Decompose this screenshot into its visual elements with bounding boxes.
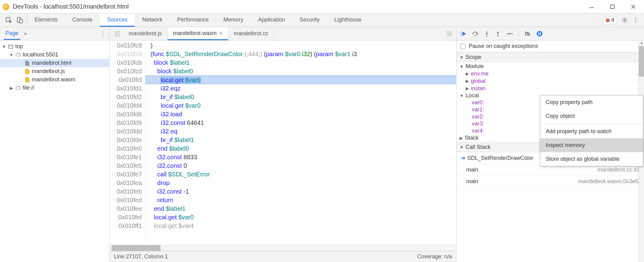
close-button[interactable]	[629, 2, 638, 11]
tree-node-host[interactable]: ▼ localhost:5501	[0, 51, 109, 59]
main-tab-sources[interactable]: Sources	[100, 13, 135, 27]
coverage-status: Coverage: n/a	[417, 253, 452, 260]
context-menu-item[interactable]: Copy property path	[540, 95, 643, 109]
scope-item[interactable]: ▶env.me⋯	[456, 70, 644, 77]
inspect-element-icon[interactable]	[6, 17, 12, 24]
tree-label-host: localhost:5501	[23, 52, 58, 58]
pause-caught-checkbox[interactable]	[460, 44, 466, 49]
svg-rect-17	[538, 32, 539, 35]
window-title: DevTools - localhost:5501/mandelbrot.htm…	[13, 3, 129, 10]
file-icon	[25, 77, 30, 83]
nav-forward-icon[interactable]	[442, 31, 456, 37]
main-toolbar: ElementsConsoleSourcesNetworkPerformance…	[0, 13, 644, 27]
tree-label-file: file://	[23, 85, 34, 91]
tree-node-file[interactable]: ▶ file://	[0, 84, 109, 92]
editor-tabs: mandelbrot.jsmandelbrot.wasm×mandelbrot.…	[110, 27, 456, 40]
cursor-position: Line 27107, Column 1	[114, 253, 168, 260]
callstack-frame[interactable]: mainmandelbrot.wasm:0x3ef2	[456, 176, 644, 187]
context-menu-item[interactable]: Copy object	[540, 109, 643, 123]
cloud-icon	[15, 52, 21, 58]
svg-point-15	[511, 33, 513, 34]
svg-rect-8	[9, 45, 13, 48]
context-menu-item[interactable]: Inspect memory	[540, 138, 643, 152]
deactivate-breakpoints-icon[interactable]	[524, 31, 531, 37]
main-tab-security[interactable]: Security	[292, 13, 327, 27]
close-tab-icon[interactable]: ×	[219, 30, 222, 37]
main-tab-network[interactable]: Network	[135, 13, 170, 27]
main-tab-performance[interactable]: Performance	[170, 13, 216, 27]
svg-point-12	[475, 35, 476, 36]
file-tree: ▼ top ▼ localhost:5501 mandelbrot.htmlma…	[0, 40, 109, 262]
window-titlebar: DevTools - localhost:5501/mandelbrot.htm…	[0, 0, 644, 13]
devtools-logo-icon	[2, 3, 9, 10]
main-tab-console[interactable]: Console	[65, 13, 100, 27]
main-tab-lighthouse[interactable]: Lighthouse	[327, 13, 369, 27]
svg-rect-6	[20, 19, 22, 23]
file-icon	[25, 60, 30, 66]
error-count: 4	[611, 17, 614, 23]
scope-module[interactable]: ▼Module	[456, 63, 644, 70]
editor-statusbar: Line 27107, Column 1 Coverage: n/a	[110, 251, 456, 262]
horizontal-scrollbar[interactable]	[110, 245, 456, 251]
tree-label-top: top	[15, 43, 23, 50]
svg-rect-18	[540, 32, 541, 35]
error-icon: ⊗	[605, 17, 610, 24]
code-area[interactable]: 0x010fc80x010fc90x010fcb0x010fcd0x010fcf…	[110, 40, 456, 245]
svg-point-16	[537, 31, 542, 37]
resume-icon[interactable]	[460, 31, 466, 37]
device-toggle-icon[interactable]	[17, 17, 23, 24]
svg-point-13	[486, 35, 487, 37]
kebab-menu-icon[interactable]: ⋮	[632, 16, 639, 24]
svg-rect-11	[447, 32, 451, 36]
main-tabs: ElementsConsoleSourcesNetworkPerformance…	[27, 13, 369, 27]
main-tab-memory[interactable]: Memory	[216, 13, 251, 27]
context-menu: Copy property pathCopy objectAdd propert…	[540, 95, 643, 166]
pause-caught-label: Pause on caught exceptions	[469, 43, 538, 49]
tree-node-top[interactable]: ▼ top	[0, 42, 109, 51]
editor-area: mandelbrot.jsmandelbrot.wasm×mandelbrot.…	[110, 27, 456, 262]
editor-tab[interactable]: mandelbrot.js	[123, 27, 168, 40]
svg-point-7	[624, 19, 626, 21]
main-tab-elements[interactable]: Elements	[27, 13, 65, 27]
error-badge[interactable]: ⊗ 4	[603, 16, 617, 24]
editor-tab[interactable]: mandelbrot.wasm×	[168, 27, 228, 40]
window-icon	[8, 44, 13, 50]
context-menu-item[interactable]: Add property path to watch	[540, 125, 643, 138]
file-icon	[25, 68, 30, 75]
svg-point-14	[497, 35, 498, 37]
scope-item[interactable]: ▶instan⋯	[456, 85, 644, 92]
tree-file[interactable]: mandelbrot.html	[0, 59, 109, 67]
sidebar-tabs: Page » ⋮	[0, 27, 109, 40]
svg-rect-10	[115, 32, 119, 36]
svg-rect-1	[611, 5, 614, 9]
overflow-tabs-icon[interactable]: »	[24, 30, 27, 37]
debugger-toolbar	[456, 27, 644, 40]
scope-header[interactable]: ▼Scope	[456, 52, 644, 62]
debugger-panel: Pause on caught exceptions ▼Scope ▼Modul…	[456, 27, 644, 262]
sources-sidebar: Page » ⋮ ▼ top ▼ localhost:5501 mandelbr…	[0, 27, 110, 262]
tree-file[interactable]: mandelbrot.js	[0, 67, 109, 75]
pause-on-exceptions-icon[interactable]	[536, 31, 543, 37]
context-menu-item[interactable]: Store object as global variable	[540, 152, 643, 166]
cloud-icon	[15, 85, 21, 91]
main-tab-application[interactable]: Application	[251, 13, 292, 27]
sidebar-kebab-icon[interactable]: ⋮	[100, 30, 106, 37]
window-controls	[587, 2, 642, 11]
scope-item[interactable]: ▶global⋯	[456, 77, 644, 85]
nav-back-icon[interactable]	[112, 31, 123, 37]
minimize-button[interactable]	[587, 2, 596, 11]
step-into-icon[interactable]	[484, 31, 490, 37]
tree-file[interactable]: mandelbrot.wasm	[0, 75, 109, 84]
page-tab[interactable]: Page	[4, 28, 20, 40]
maximize-button[interactable]	[608, 2, 617, 11]
editor-tab[interactable]: mandelbrot.cc	[228, 27, 274, 40]
current-frame-icon: ➔	[461, 155, 465, 161]
pause-caught-exceptions-row[interactable]: Pause on caught exceptions	[456, 40, 644, 52]
settings-icon[interactable]	[621, 17, 628, 24]
step-over-icon[interactable]	[472, 31, 479, 37]
gutter: 0x010fc80x010fc90x010fcb0x010fcd0x010fcf…	[110, 40, 145, 245]
code-body[interactable]: ) (func $SDL_SetRenderDrawColor (;444;) …	[145, 40, 456, 245]
step-icon[interactable]	[506, 31, 513, 37]
step-out-icon[interactable]	[495, 31, 501, 37]
